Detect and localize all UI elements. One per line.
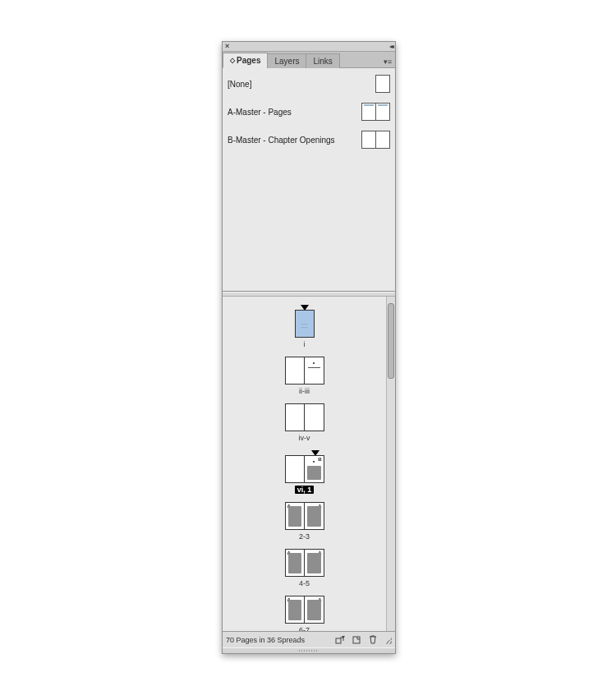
scrollbar-thumb[interactable] [388,303,394,379]
footer-status: 70 Pages in 36 Spreads [226,636,305,644]
spread-2-3[interactable]: A A 2-3 [285,502,324,541]
master-b-thumb[interactable] [361,131,390,149]
pages-list: ·———— i ii-iii [223,297,386,631]
spread-ii-iii-label: ii-iii [299,387,310,395]
page-3[interactable]: A [305,502,324,530]
resize-grip-icon[interactable] [384,636,392,644]
spread-4-5[interactable]: A A 4-5 [285,549,324,587]
panel-footer: 70 Pages in 36 Spreads [223,631,395,647]
tab-layers-label: Layers [274,57,299,66]
delete-page-icon[interactable] [367,634,379,646]
master-none-thumb[interactable] [375,75,390,93]
svg-rect-1 [353,637,360,643]
spread-i[interactable]: ·———— i [295,305,315,348]
page-4[interactable]: A [285,549,305,577]
master-b-row[interactable]: B-Master - Chapter Openings [228,131,390,149]
pages-sort-icon: ◇ [230,57,235,64]
master-none-row[interactable]: [None] [228,75,390,93]
panel-tabs: ◇Pages Layers Links ▾≡ [223,52,395,68]
page-vi[interactable] [285,455,305,483]
page-ii[interactable] [285,357,305,385]
spread-4-5-label: 4-5 [299,579,310,587]
close-icon[interactable]: × [225,43,229,50]
page-1[interactable]: B [305,455,324,483]
tab-pages[interactable]: ◇Pages [223,53,268,68]
page-1-master-tag: B [318,457,321,462]
page-iv[interactable] [285,403,305,431]
page-6[interactable]: A [285,596,305,624]
masters-section: [None] A-Master - Pages B-Master - Chapt… [223,68,395,292]
tab-pages-label: Pages [237,56,260,65]
master-a-label: A-Master - Pages [228,108,292,117]
master-none-label: [None] [228,80,251,89]
pages-section: ·———— i ii-iii [223,297,395,631]
page-i[interactable]: ·———— [295,310,315,338]
spread-6-7-label: 6-7 [299,626,310,631]
spread-vi-1[interactable]: B vi, 1 [285,450,324,494]
page-v[interactable] [305,403,324,431]
svg-rect-0 [336,638,341,643]
master-a-row[interactable]: A-Master - Pages [228,103,390,121]
page-2[interactable]: A [285,502,305,530]
collapse-icon[interactable]: ◂◂ [389,43,393,50]
spread-ii-iii[interactable]: ii-iii [285,357,324,395]
bottom-resize-grip[interactable] [223,647,395,653]
spread-2-3-label: 2-3 [299,532,310,541]
page-7[interactable]: A [305,596,324,624]
spread-iv-v-label: iv-v [299,434,310,442]
spread-i-label: i [304,340,306,348]
spread-iv-v[interactable]: iv-v [285,403,324,442]
page-iii[interactable] [305,357,324,385]
page-5[interactable]: A [305,549,324,577]
master-b-label: B-Master - Chapter Openings [228,136,335,145]
page-i-content: ·———— [301,319,308,329]
master-a-thumb[interactable] [361,103,390,121]
tab-links-label: Links [313,57,332,66]
tab-layers[interactable]: Layers [267,53,306,68]
panel-menu-icon[interactable]: ▾≡ [380,56,395,67]
spread-vi-1-label: vi, 1 [295,486,315,494]
new-page-icon[interactable] [351,634,362,646]
edit-page-size-icon[interactable] [334,634,346,646]
pages-scrollbar[interactable] [386,297,395,631]
pages-panel: × ◂◂ ◇Pages Layers Links ▾≡ [None] A-Mas… [222,41,396,654]
spread-6-7[interactable]: A A 6-7 [285,596,324,631]
panel-titlebar[interactable]: × ◂◂ [223,42,395,52]
tab-links[interactable]: Links [306,53,339,68]
